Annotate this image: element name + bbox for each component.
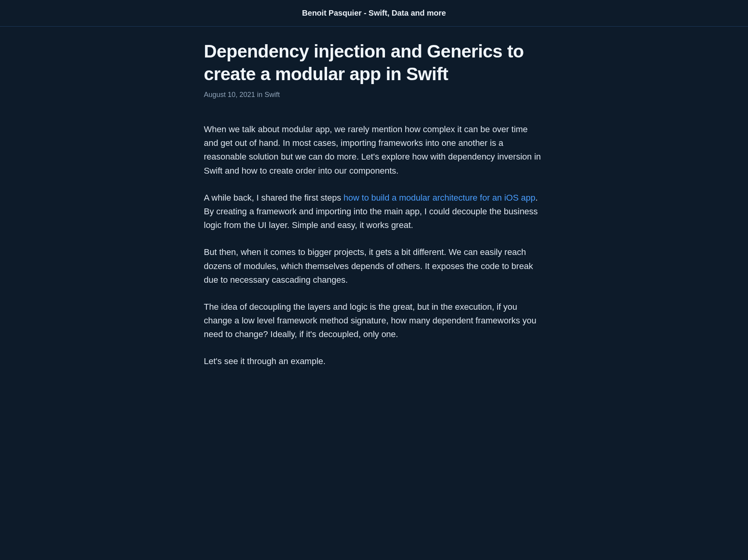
paragraph-3: But then, when it comes to bigger projec… (204, 245, 544, 287)
site-header: Benoit Pasquier - Swift, Data and more (0, 0, 748, 27)
paragraph-4: The idea of decoupling the layers and lo… (204, 300, 544, 341)
article-title: Dependency injection and Generics to cre… (204, 40, 544, 85)
paragraph-1: When we talk about modular app, we rarel… (204, 122, 544, 178)
article-body: When we talk about modular app, we rarel… (204, 122, 544, 368)
article-category-link[interactable]: Swift (264, 91, 280, 99)
article-date: August 10, 2021 (204, 91, 255, 99)
paragraph-2: A while back, I shared the first steps h… (204, 191, 544, 232)
article-content: Dependency injection and Generics to cre… (196, 27, 552, 395)
article-meta-separator: in (255, 91, 264, 99)
article-meta: August 10, 2021 in Swift (204, 91, 544, 99)
paragraph-2-text-before: A while back, I shared the first steps (204, 193, 343, 203)
site-title-link[interactable]: Benoit Pasquier - Swift, Data and more (0, 9, 748, 18)
modular-architecture-link[interactable]: how to build a modular architecture for … (343, 193, 535, 203)
paragraph-5: Let's see it through an example. (204, 354, 544, 368)
